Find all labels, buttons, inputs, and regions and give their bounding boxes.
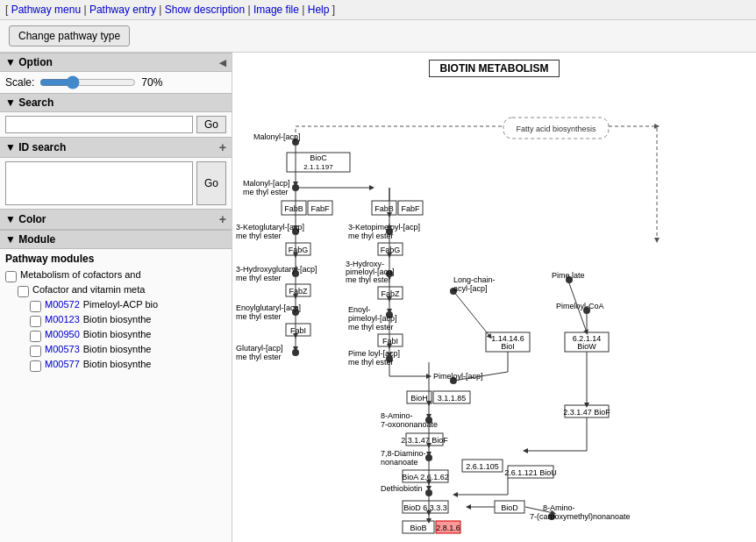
list-item: Metabolism of cofactors and: [5, 268, 226, 283]
svg-text:BioD: BioD: [501, 503, 518, 512]
scale-slider[interactable]: [39, 75, 136, 89]
search-label: ▼ Search: [5, 96, 53, 109]
svg-text:nonanoate: nonanoate: [381, 458, 418, 467]
nav-pathway-entry[interactable]: Pathway entry: [89, 4, 156, 16]
search-row: Go: [0, 112, 232, 137]
module-checkbox-6[interactable]: [30, 360, 41, 372]
svg-text:BioA  2.6.1.62: BioA 2.6.1.62: [402, 473, 449, 481]
module-checkbox-0[interactable]: [5, 271, 17, 282]
color-label: ▼ Color: [5, 213, 46, 225]
svg-text:Fatty acid biosynthesis: Fatty acid biosynthesis: [516, 125, 596, 133]
scale-label: Scale:: [5, 76, 34, 89]
module-checkbox-4[interactable]: [30, 331, 41, 342]
top-nav: [ Pathway menu | Pathway entry | Show de…: [0, 0, 756, 20]
svg-text:2.1.1.197: 2.1.1.197: [303, 163, 333, 171]
search-section-header[interactable]: ▼ Search: [0, 93, 232, 112]
id-search-plus-button[interactable]: +: [219, 140, 226, 154]
sidebar: ▼ Option ◀ Scale: 70% ▼ Search Go ▼ ID s…: [0, 53, 232, 542]
svg-text:3-Ketopimeloyl-[acp]: 3-Ketopimeloyl-[acp]: [348, 223, 420, 232]
svg-text:7,8-Diamino-: 7,8-Diamino-: [381, 449, 426, 458]
option-collapse-icon[interactable]: ◀: [219, 58, 226, 68]
id-search-textarea[interactable]: [5, 161, 193, 205]
nav-pathway-menu[interactable]: Pathway menu: [11, 4, 81, 16]
pathway-view: BIOTIN METABOLISM Fatty acid biosynthesi…: [232, 53, 756, 542]
module-link-M00123[interactable]: M00123: [45, 314, 80, 324]
module-checkbox-2[interactable]: [30, 301, 41, 312]
svg-text:Malonyl-[acp]: Malonyl-[acp]: [243, 179, 290, 188]
option-section-header[interactable]: ▼ Option ◀: [0, 53, 232, 72]
main-layout: ▼ Option ◀ Scale: 70% ▼ Search Go ▼ ID s…: [0, 53, 756, 542]
svg-text:Pimeloyl-[acp]: Pimeloyl-[acp]: [433, 372, 483, 381]
option-label: ▼ Option: [5, 56, 53, 68]
svg-text:3.1.1.85: 3.1.1.85: [437, 394, 466, 403]
svg-text:Long-chain-: Long-chain-: [453, 275, 496, 284]
svg-text:8-Amino-: 8-Amino-: [381, 411, 413, 420]
id-search-section-header[interactable]: ▼ ID search +: [0, 137, 232, 158]
svg-text:3-Hydroxyglutaryl-[acp]: 3-Hydroxyglutaryl-[acp]: [236, 265, 317, 274]
nav-bracket-open: [: [5, 4, 8, 16]
svg-text:Pimeloyl-CoA: Pimeloyl-CoA: [556, 302, 604, 310]
scale-value: 70%: [141, 76, 162, 89]
pathway-svg: Fatty acid biosynthesis Malonyl-[acp] Bi…: [236, 82, 753, 542]
svg-point-36: [292, 349, 299, 356]
svg-text:me thyl ester: me thyl ester: [346, 275, 391, 284]
module-list: Metabolism of cofactors and Cofactor and…: [5, 268, 226, 373]
svg-text:FabF: FabF: [401, 204, 420, 213]
id-search-go-button[interactable]: Go: [196, 161, 226, 205]
svg-point-99: [425, 454, 432, 461]
module-link-M00573[interactable]: M00573: [45, 344, 80, 354]
svg-text:Pime loyl-[acp]: Pime loyl-[acp]: [348, 349, 400, 358]
id-search-label: ▼ ID search: [5, 141, 66, 153]
module-link-M00950[interactable]: M00950: [45, 329, 80, 339]
svg-text:me thyl ester: me thyl ester: [348, 323, 394, 332]
change-pathway-button[interactable]: Change pathway type: [9, 25, 130, 46]
color-plus-button[interactable]: +: [219, 212, 226, 226]
svg-text:2.3.1.47  BioF: 2.3.1.47 BioF: [563, 408, 610, 417]
module-checkbox-5[interactable]: [30, 346, 41, 357]
nav-help[interactable]: Help: [308, 4, 330, 16]
svg-text:FabZ: FabZ: [289, 287, 308, 296]
nav-show-description[interactable]: Show description: [165, 4, 245, 16]
module-section-header[interactable]: ▼ Module: [0, 230, 232, 249]
svg-text:me thyl ester: me thyl ester: [348, 358, 394, 367]
svg-text:FabB: FabB: [284, 204, 303, 213]
svg-text:FabG: FabG: [380, 246, 400, 254]
svg-text:BioC: BioC: [310, 153, 327, 162]
search-input[interactable]: [5, 116, 193, 133]
svg-text:FabF: FabF: [310, 204, 330, 213]
svg-text:Malonyl-[acp]: Malonyl-[acp]: [253, 132, 301, 141]
pathway-modules-title: Pathway modules: [5, 253, 226, 265]
svg-text:me thyl ester: me thyl ester: [243, 188, 289, 196]
list-item: M00577 Biotin biosynthe: [5, 358, 226, 373]
svg-text:2.6.1.105: 2.6.1.105: [466, 462, 499, 471]
module-link-M00577[interactable]: M00577: [45, 359, 80, 369]
svg-text:me thyl ester: me thyl ester: [236, 353, 282, 361]
scale-row: Scale: 70%: [0, 72, 232, 93]
module-link-M00572[interactable]: M00572: [45, 299, 80, 310]
svg-text:7-(carboxymethyl)nonanoate: 7-(carboxymethyl)nonanoate: [530, 512, 631, 521]
module-checkbox-1[interactable]: [18, 286, 29, 297]
svg-text:2.3.1.47  BioF: 2.3.1.47 BioF: [401, 436, 448, 445]
svg-text:me thyl ester: me thyl ester: [236, 274, 282, 282]
svg-text:BioB: BioB: [410, 524, 426, 532]
id-search-content: Go: [0, 158, 232, 209]
svg-text:Dethiobiotin: Dethiobiotin: [381, 484, 423, 493]
search-go-button[interactable]: Go: [196, 116, 226, 133]
list-item: M00123 Biotin biosynthe: [5, 313, 226, 328]
color-section-header[interactable]: ▼ Color +: [0, 209, 232, 230]
module-label: ▼ Module: [5, 233, 55, 246]
svg-text:acyl-[acp]: acyl-[acp]: [453, 284, 488, 293]
svg-text:Pime late: Pime late: [552, 271, 585, 280]
svg-line-137: [453, 291, 490, 337]
svg-text:me thyl ester: me thyl ester: [236, 232, 282, 240]
list-item: M00573 Biotin biosynthe: [5, 343, 226, 358]
svg-text:me thyl ester: me thyl ester: [236, 312, 282, 321]
list-item: M00572 Pimeloyl-ACP bio: [5, 298, 226, 313]
module-checkbox-3[interactable]: [30, 316, 41, 327]
svg-text:Glutaryl-[acp]: Glutaryl-[acp]: [236, 344, 283, 353]
svg-text:me thyl ester: me thyl ester: [348, 232, 394, 240]
svg-text:BioI: BioI: [501, 342, 515, 351]
svg-text:2.8.1.6: 2.8.1.6: [436, 524, 460, 532]
svg-text:2.6.1.121  BioU: 2.6.1.121 BioU: [504, 468, 557, 477]
nav-image-file[interactable]: Image file: [253, 4, 299, 16]
